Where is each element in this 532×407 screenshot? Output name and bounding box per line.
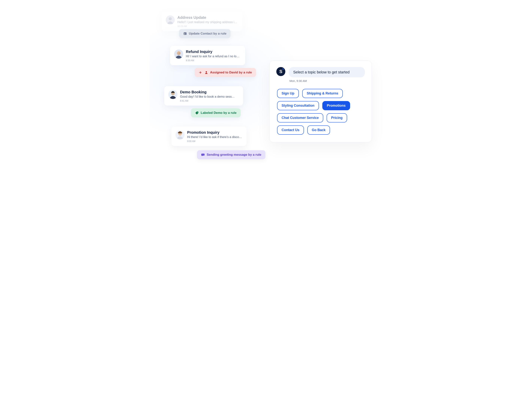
svg-point-15 [203,154,204,155]
svg-point-1 [169,17,172,20]
svg-rect-4 [184,34,185,35]
conversation-snippet: Hello!! I just realised my shipping addr… [177,21,238,24]
conversation-card[interactable]: Refund Inquiry Hi! I want to ask for a r… [170,46,245,65]
assign-arrow-icon [199,70,202,74]
chat-widget: S Select a topic below to get started Mo… [269,61,372,142]
topic-chat-customer-service[interactable]: Chat Customer Service [277,113,323,122]
conversation-title: Address Update [177,16,238,20]
avatar [174,50,183,59]
topic-contact-us[interactable]: Contact Us [277,125,304,135]
conversation-time: 9:30 AM [186,59,241,62]
user-icon [204,70,208,74]
rule-badge-label: Sending greeting message by a rule [207,153,261,157]
conversation-card[interactable]: Demo Booking Good day! I'd like to book … [164,86,243,106]
avatar [166,16,175,24]
rule-badge-label: Assigned to David by a rule [210,70,252,74]
conversation-time: 10:23 AM [177,25,238,28]
svg-point-13 [202,154,202,155]
tag-icon [195,111,199,115]
topic-shipping-returns[interactable]: Shipping & Returns [302,89,343,98]
rule-badge: Assigned to David by a rule [195,68,256,77]
svg-point-6 [177,51,181,55]
avatar [168,90,177,99]
conversation-title: Refund Inquiry [186,50,241,54]
conversation-card[interactable]: Address Update Hello!! I just realised m… [162,12,242,31]
rule-badge-label: Update Contact by a rule [189,32,226,36]
rule-badge: Sending greeting message by a rule [197,150,265,159]
conversation-time: 9:00 AM [187,140,242,142]
bot-avatar: S [276,67,285,76]
chat-timestamp: Mon, 9:30 AM [289,79,365,82]
svg-point-14 [203,154,203,155]
chat-prompt-bubble: Select a topic below to get started [289,67,365,77]
conversation-time: 8:41 AM [180,100,239,102]
svg-point-10 [197,112,198,112]
conversation-snippet: Hi there! I'd like to ask if there's a d… [187,135,242,139]
topic-sign-up[interactable]: Sign Up [277,89,299,98]
conversation-card[interactable]: Promotion Inquiry Hi there! I'd like to … [171,127,247,146]
topic-pricing[interactable]: Pricing [327,113,347,122]
rule-badge: Update Contact by a rule [179,29,231,38]
avatar [176,130,185,139]
bot-avatar-initial: S [279,69,282,74]
topic-styling-consultation[interactable]: Styling Consultation [277,101,319,110]
chat-bubble-icon [201,153,205,157]
rule-badge: Labeled Demo by a rule [191,108,241,117]
svg-point-3 [184,33,185,34]
chat-prompt-text: Select a topic below to get started [293,70,349,74]
topic-go-back[interactable]: Go Back [307,125,330,135]
topic-list: Sign Up Shipping & Returns Styling Consu… [276,89,365,135]
svg-point-7 [206,71,207,72]
contact-card-icon [183,32,187,36]
conversation-title: Demo Booking [180,90,239,94]
topic-promotions[interactable]: Promotions [322,101,350,110]
conversation-snippet: Good day! I'd like to book a demo sess… [180,95,239,98]
conversation-title: Promotion Inquiry [187,130,242,135]
rule-badge-label: Labeled Demo by a rule [201,111,237,115]
conversation-snippet: Hi! I want to ask for a refund as I no l… [186,55,241,58]
